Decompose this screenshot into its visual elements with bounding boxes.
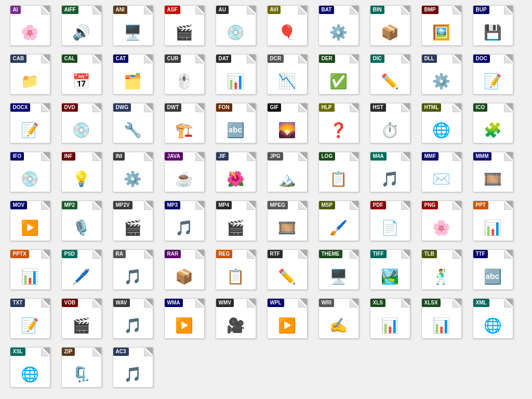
file-icon-txt[interactable]: TXT 📝 [5,298,55,345]
file-icon-pptx[interactable]: PPTX 📊 [5,249,55,296]
file-icon-bin[interactable]: BIN 📦 [365,5,415,52]
file-icon-xml[interactable]: XML 🌐 [468,298,517,345]
file-icon-vob[interactable]: VOB 🎬 [57,298,106,345]
file-icon-wav[interactable]: WAV 🎵 [108,298,157,345]
file-icon-hlp[interactable]: HLP ❓ [314,103,363,150]
file-icon-mmm[interactable]: MMM 🎞️ [468,152,517,198]
file-icon-rar[interactable]: RAR 📦 [159,249,209,296]
file-page: AI 🌸 [10,5,50,46]
file-icon-wri[interactable]: WRI ✍️ [314,298,363,345]
file-icon-log[interactable]: LOG 📋 [314,152,363,198]
file-icon-mp2v[interactable]: MP2V 🎬 [108,201,157,247]
ext-badge: XSL [10,348,25,356]
file-icon-mp2[interactable]: MP2 🎙️ [57,201,106,247]
ext-badge: DIC [370,55,384,63]
file-page: M4A 🎵 [370,152,410,192]
file-icon-cal[interactable]: CAL 📅 [57,54,106,101]
file-icon-xsl[interactable]: XSL 🌐 [5,347,55,394]
file-icon-reg[interactable]: REG 📋 [211,249,260,296]
ext-badge: RA [113,250,126,258]
icon-image: 📋 [226,267,246,286]
file-icon-tiff[interactable]: TIFF 🏞️ [365,249,415,296]
ext-badge: HST [370,103,386,112]
ext-badge: FON [216,103,232,112]
file-icon-dll[interactable]: DLL ⚙️ [417,54,466,101]
file-icon-dwt[interactable]: DWT 🏗️ [159,103,209,150]
file-icon-cab[interactable]: CAB 📁 [5,54,55,101]
icon-image: 🖌️ [329,218,349,237]
file-icon-pdf[interactable]: PDF 📄 [365,201,415,247]
icon-image: 📦 [175,267,194,286]
file-icon-dat[interactable]: DAT 📊 [211,54,260,101]
file-icon-wma[interactable]: WMA ▶️ [159,298,209,345]
file-icon-jif[interactable]: JIF 🌺 [211,152,260,198]
file-icon-zip[interactable]: ZIP 🗜️ [57,347,106,394]
file-icon-dic[interactable]: DIC ✏️ [365,54,415,101]
icon-image: 💿 [72,120,91,140]
file-icon-cat[interactable]: CAT 🗂️ [108,54,157,101]
file-icon-bmp[interactable]: BMP 🖼️ [417,5,466,52]
file-page: MP3 🎵 [164,201,205,241]
file-page: DWT 🏗️ [164,103,205,143]
icon-image: 🎵 [175,218,194,237]
ext-badge: TIFF [370,250,387,258]
file-icon-cur[interactable]: CUR 🖱️ [159,54,209,101]
file-icon-dwg[interactable]: DWG 🔧 [108,103,157,150]
file-icon-ai[interactable]: AI 🌸 [5,5,55,52]
file-icon-xls[interactable]: XLS 📊 [365,298,415,345]
ext-badge: RAR [165,250,181,258]
file-page: XML 🌐 [473,298,513,339]
file-icon-asf[interactable]: ASF 🎬 [159,5,209,52]
icon-image: 💿 [20,169,40,189]
file-icon-rtf[interactable]: RTF ✏️ [262,249,312,296]
file-icon-fon[interactable]: FON 🔤 [211,103,260,150]
ext-badge: LOG [319,152,336,161]
file-icon-xlsx[interactable]: XLSX 📊 [417,298,466,345]
file-icon-png[interactable]: PNG 🌸 [417,201,466,247]
file-icon-gif[interactable]: GIF 🌄 [262,103,312,150]
file-icon-msp[interactable]: MSP 🖌️ [314,201,363,247]
file-icon-wpl[interactable]: WPL ▶️ [262,298,312,345]
file-icon-avi[interactable]: AVI 🎈 [262,5,312,52]
file-icon-bat[interactable]: BAT ⚙️ [314,5,363,52]
file-icon-wmv[interactable]: WMV 🎥 [211,298,260,345]
file-icon-tlb[interactable]: TLB 🕺 [417,249,466,296]
file-icon-ifo[interactable]: IFO 💿 [5,152,55,198]
file-icon-docx[interactable]: DOCX 📝 [5,103,55,150]
file-page: AC3 🎵 [113,347,153,388]
file-icon-ani[interactable]: ANI 🖥️ [108,5,157,52]
file-icon-ini[interactable]: INI ⚙️ [108,152,157,198]
file-icon-ico[interactable]: ICO 🧩 [468,103,517,150]
file-icon-bup[interactable]: BUP 💾 [468,5,517,52]
file-icon-theme[interactable]: THEME 🖥️ [314,249,363,296]
file-icon-psd[interactable]: PSD 🖊️ [57,249,106,296]
file-page: MP2 🎙️ [61,201,102,241]
file-icon-hst[interactable]: HST ⏱️ [365,103,415,150]
file-icon-mov[interactable]: MOV ▶️ [5,201,55,247]
icon-image: 🎬 [226,218,246,237]
ext-badge: ZIP [62,348,75,356]
file-icon-au[interactable]: AU 💿 [211,5,260,52]
file-icon-jpg[interactable]: JPG 🏔️ [262,152,312,198]
icon-image: 🎵 [380,169,400,189]
file-icon-ppt[interactable]: PPT 📊 [468,201,517,247]
file-icon-html[interactable]: HTML 🌐 [417,103,466,150]
file-icon-aiff[interactable]: AIFF 🔊 [57,5,106,52]
file-icon-mp3[interactable]: MP3 🎵 [159,201,209,247]
file-icon-mpeg[interactable]: MPEG 🎞️ [262,201,312,247]
file-icon-dvd[interactable]: DVD 💿 [57,103,106,150]
ext-badge: MSP [319,201,336,209]
file-icon-inf[interactable]: INF 💡 [57,152,106,198]
file-icon-dcr[interactable]: DCR 📉 [262,54,312,101]
file-icon-mp4[interactable]: MP4 🎬 [211,201,260,247]
file-icon-m4a[interactable]: M4A 🎵 [365,152,415,198]
icon-image: 🏞️ [380,267,400,286]
file-icon-doc[interactable]: DOC 📝 [468,54,517,101]
file-icon-der[interactable]: DER ✅ [314,54,363,101]
file-icon-mmf[interactable]: MMF ✉️ [417,152,466,198]
file-icon-ac3[interactable]: AC3 🎵 [108,347,157,394]
ext-badge: DCR [268,55,284,63]
file-icon-ra[interactable]: RA 🎵 [108,249,157,296]
file-icon-java[interactable]: JAVA ☕ [159,152,209,198]
file-icon-ttf[interactable]: TTF 🔤 [468,249,517,296]
